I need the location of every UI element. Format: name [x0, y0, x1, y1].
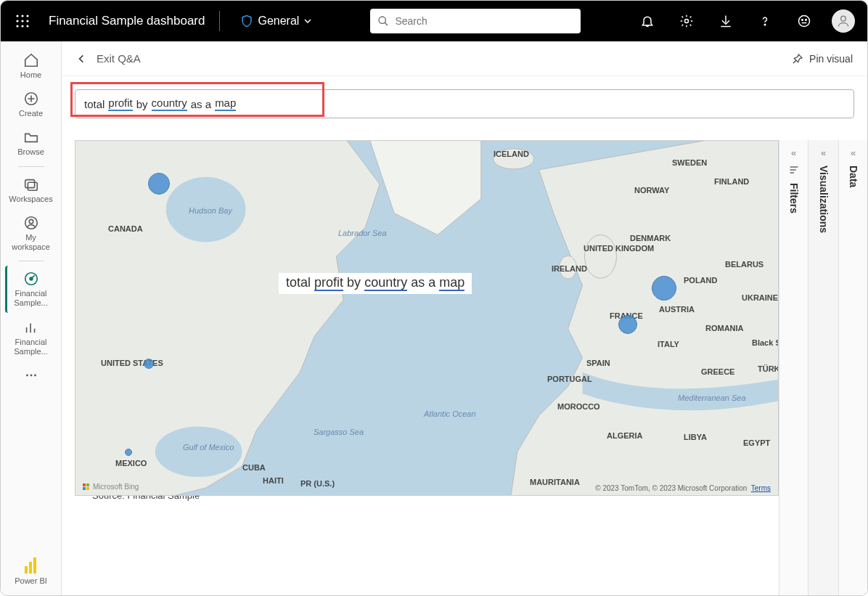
bing-icon	[83, 483, 90, 491]
svg-point-12	[799, 16, 810, 27]
download-button[interactable]	[711, 6, 741, 36]
notifications-button[interactable]	[632, 6, 663, 36]
svg-point-4	[21, 20, 23, 22]
plus-circle-icon	[22, 90, 40, 107]
visualizations-panel[interactable]: « Visualizations	[808, 140, 838, 595]
help-button[interactable]	[750, 6, 780, 36]
svg-point-31	[585, 234, 617, 278]
collapse-icon[interactable]: «	[851, 147, 856, 158]
workspaces-icon	[22, 176, 40, 193]
back-button[interactable]	[76, 54, 86, 64]
qna-toolbar: Exit Q&A Pin visual	[62, 41, 867, 76]
global-search[interactable]	[370, 9, 581, 33]
svg-point-13	[802, 20, 803, 21]
svg-point-22	[30, 277, 33, 280]
svg-point-20	[29, 219, 33, 224]
nav-home[interactable]: Home	[7, 47, 56, 84]
svg-point-15	[841, 16, 846, 21]
collapse-icon[interactable]: «	[821, 147, 826, 158]
qna-token: map	[215, 97, 236, 111]
exit-qna-label[interactable]: Exit Q&A	[97, 52, 141, 65]
right-panels: « Filters « Visualizations « Data	[779, 140, 867, 595]
map-background	[75, 141, 778, 495]
svg-rect-26	[25, 566, 28, 573]
terms-link[interactable]: Terms	[751, 484, 771, 492]
svg-rect-36	[86, 483, 89, 486]
nav-my-workspace[interactable]: My workspace	[7, 210, 56, 256]
left-nav: Home Create Browse Workspaces My workspa…	[1, 41, 62, 595]
svg-rect-38	[86, 487, 89, 490]
nav-financial-report[interactable]: Financial Sample...	[7, 314, 56, 361]
map-credits: © 2023 TomTom, © 2023 Microsoft Corporat…	[595, 484, 771, 492]
nav-financial-dashboard[interactable]: Financial Sample...	[5, 266, 54, 312]
visual-title: total profit by country as a map	[279, 273, 472, 294]
settings-button[interactable]	[671, 6, 702, 36]
svg-point-10	[685, 20, 689, 23]
svg-point-1	[21, 15, 23, 17]
chevron-down-icon	[303, 17, 312, 25]
svg-point-25	[34, 374, 36, 376]
nav-more[interactable]	[7, 362, 56, 388]
person-circle-icon	[22, 214, 40, 232]
feedback-button[interactable]	[789, 6, 819, 36]
sensitivity-dropdown[interactable]: General	[234, 11, 318, 31]
svg-point-24	[30, 374, 32, 376]
filters-panel[interactable]: « Filters	[779, 140, 808, 595]
svg-point-34	[155, 426, 242, 477]
svg-point-6	[16, 25, 18, 27]
qna-token: country	[152, 97, 187, 111]
bing-attribution: Microsoft Bing	[83, 483, 139, 491]
search-input[interactable]	[395, 15, 573, 27]
divider	[219, 11, 220, 31]
svg-point-8	[26, 25, 28, 27]
powerbi-icon	[25, 558, 38, 573]
collapse-icon[interactable]: «	[791, 147, 796, 158]
pin-visual-button[interactable]: Pin visual	[792, 53, 853, 65]
svg-rect-35	[83, 483, 86, 486]
search-icon	[377, 15, 389, 27]
svg-rect-17	[25, 179, 34, 187]
svg-point-14	[806, 20, 807, 21]
svg-point-11	[764, 24, 766, 25]
svg-rect-27	[29, 562, 32, 573]
sensitivity-label: General	[258, 15, 299, 28]
header-title: Financial Sample dashboard	[49, 14, 205, 28]
svg-rect-28	[33, 558, 36, 573]
powerbi-brand: Power BI	[7, 552, 56, 595]
ellipsis-icon	[22, 367, 40, 384]
svg-point-9	[379, 17, 385, 23]
svg-point-32	[560, 256, 577, 279]
svg-point-7	[21, 25, 23, 27]
qna-token: by	[136, 98, 148, 110]
svg-point-30	[494, 149, 534, 169]
divider	[18, 166, 44, 167]
nav-workspaces[interactable]: Workspaces	[7, 171, 56, 208]
dashboard-icon	[22, 270, 40, 287]
qna-input[interactable]: total profit by country as a map	[75, 89, 854, 118]
account-button[interactable]	[828, 6, 859, 36]
bar-chart-icon	[22, 319, 40, 336]
divider	[18, 261, 44, 261]
svg-point-5	[26, 20, 28, 22]
svg-point-3	[16, 20, 18, 22]
app-launcher-icon[interactable]	[9, 8, 36, 34]
avatar	[832, 9, 855, 33]
home-icon	[22, 52, 40, 69]
svg-point-2	[26, 15, 28, 17]
qna-token: profit	[108, 97, 132, 111]
top-header: Financial Sample dashboard General	[1, 1, 867, 41]
qna-token: total	[84, 98, 105, 110]
content-area: Exit Q&A Pin visual total profit by coun…	[62, 41, 867, 595]
map-visual[interactable]: total profit by country as a map Microso…	[75, 140, 779, 496]
data-panel[interactable]: « Data	[838, 140, 867, 595]
svg-point-23	[26, 374, 28, 376]
filter-icon	[788, 164, 800, 176]
shield-icon	[240, 14, 253, 28]
nav-create[interactable]: Create	[7, 86, 56, 123]
svg-rect-18	[28, 182, 37, 190]
nav-browse[interactable]: Browse	[7, 124, 56, 161]
svg-point-33	[166, 177, 246, 242]
svg-rect-37	[83, 487, 86, 490]
folder-icon	[22, 128, 40, 146]
pin-icon	[792, 53, 803, 65]
